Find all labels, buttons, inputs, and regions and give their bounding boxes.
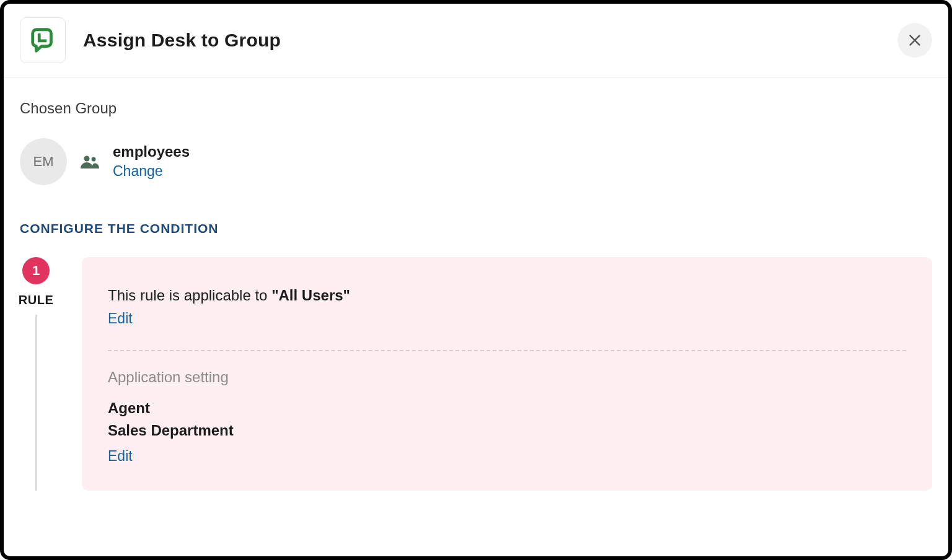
group-avatar: EM	[20, 138, 67, 185]
rule-block: 1 RULE This rule is applicable to "All U…	[20, 257, 932, 491]
close-icon	[907, 32, 923, 48]
chosen-group-row: EM employees Change	[20, 138, 932, 185]
app-logo-icon	[20, 17, 66, 63]
rule-timeline-line	[35, 315, 37, 491]
modal-title: Assign Desk to Group	[83, 30, 281, 51]
rule-applicability-prefix: This rule is applicable to	[108, 287, 271, 304]
application-setting-label: Application setting	[108, 369, 906, 386]
rule-marker: 1 RULE	[20, 257, 52, 491]
application-setting-value-1: Agent	[108, 397, 906, 419]
chosen-group-label: Chosen Group	[20, 100, 932, 117]
people-icon	[81, 155, 99, 168]
change-group-link[interactable]: Change	[113, 163, 190, 180]
group-name: employees	[113, 143, 190, 160]
modal-content: Chosen Group EM employees Change CONFIGU…	[4, 77, 948, 491]
rule-label: RULE	[19, 293, 53, 307]
divider	[108, 350, 906, 351]
rule-applicability-text: This rule is applicable to "All Users"	[108, 287, 906, 304]
svg-point-1	[92, 157, 96, 162]
rule-card: This rule is applicable to "All Users" E…	[82, 257, 932, 491]
close-button[interactable]	[897, 23, 932, 58]
configure-condition-heading: CONFIGURE THE CONDITION	[20, 221, 932, 236]
application-setting-value-2: Sales Department	[108, 419, 906, 442]
svg-point-0	[84, 156, 90, 162]
rule-applicability-target: "All Users"	[271, 287, 350, 304]
modal-header: Assign Desk to Group	[4, 4, 948, 77]
edit-rule-applicability-link[interactable]: Edit	[108, 310, 133, 328]
rule-number-badge: 1	[22, 257, 50, 284]
group-info: employees Change	[113, 143, 190, 180]
edit-application-setting-link[interactable]: Edit	[108, 448, 133, 465]
